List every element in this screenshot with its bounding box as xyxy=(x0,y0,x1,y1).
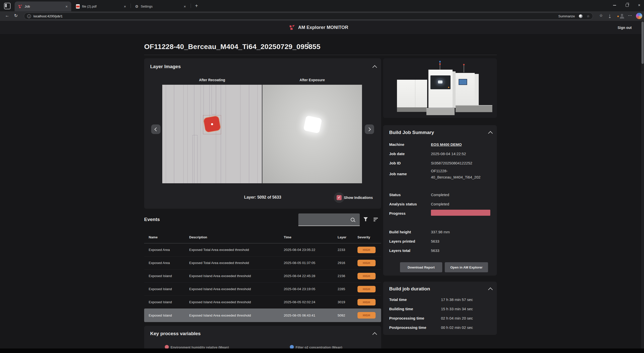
collapse-chevron-icon[interactable] xyxy=(488,131,493,136)
filter-icon[interactable] xyxy=(364,217,368,221)
edge-profile-icon[interactable] xyxy=(636,13,642,19)
job-id-value: SI358720250804122252 xyxy=(431,161,472,165)
open-in-am-explorer-button[interactable]: Open in AM Explorer xyxy=(445,262,488,272)
text-cursor xyxy=(308,43,308,47)
analysis-status-value: Completed xyxy=(431,202,449,206)
table-row[interactable]: Exposed Area Exposed Total Area exceeded… xyxy=(144,243,381,256)
tab-file-pdf[interactable]: file (2).pdf × xyxy=(72,2,130,11)
build-height-value: 337.98 mm xyxy=(431,230,450,234)
table-row-selected[interactable]: Exposed Island Exposed Island Area excee… xyxy=(144,308,381,322)
build-job-duration-card: Build job duration Total time 17 h 38 mi… xyxy=(383,282,497,335)
column-header: Description xyxy=(189,235,284,239)
tab-separator xyxy=(191,4,191,8)
scrollbar-thumb[interactable] xyxy=(641,22,644,64)
tab-close-icon[interactable]: × xyxy=(123,4,127,9)
copilot-icon[interactable] xyxy=(579,14,583,18)
summarize-button[interactable]: Summarize xyxy=(558,14,575,18)
postprocessing-time-label: Postprocessing time xyxy=(389,325,426,330)
page-scrollbar xyxy=(641,21,644,353)
am-logo-favicon-icon xyxy=(18,4,22,9)
column-header: Time xyxy=(284,235,338,239)
building-time-value: 15 h 33 min 34 sec xyxy=(441,307,473,311)
site-info-icon[interactable]: i xyxy=(27,14,31,18)
table-row[interactable]: Exposed Area Exposed Total Area exceeded… xyxy=(144,256,381,269)
progress-bar xyxy=(431,210,490,216)
severity-badge: HIGH xyxy=(357,312,376,319)
tab-title: Job xyxy=(25,5,62,8)
back-icon[interactable]: ← xyxy=(5,13,9,18)
page-title: OF11228-40_Berceau_M404_Ti64_20250729_09… xyxy=(144,43,320,51)
after-recoating-image xyxy=(162,85,262,183)
machine-photo xyxy=(383,58,497,118)
job-date-label: Job date xyxy=(389,152,405,156)
browser-tab-strip: Job × file (2).pdf × ⚙ Settings × + × xyxy=(0,0,644,11)
reload-icon[interactable]: ↻ xyxy=(14,13,18,18)
tab-job[interactable]: Job × xyxy=(15,2,71,11)
am-logo-icon xyxy=(289,24,295,30)
after-recoating-label: After Recoating xyxy=(162,78,262,82)
key-process-heading: Key process variables xyxy=(150,331,201,336)
job-date-value: 2025-08-04 14:22:52 xyxy=(431,152,466,156)
tab-close-icon[interactable]: × xyxy=(64,4,69,9)
favorites-icon[interactable]: ☆ xyxy=(599,13,603,18)
machine-link[interactable]: EOS M400 DEMO xyxy=(431,142,462,147)
window-minimize-button[interactable] xyxy=(609,0,620,11)
status-label: Status xyxy=(389,193,401,197)
search-icon xyxy=(351,218,354,222)
download-report-button[interactable]: Download Report xyxy=(400,262,442,272)
build-job-summary-card: Build Job Summary Machine EOS M400 DEMO … xyxy=(383,125,497,276)
column-header: Severity xyxy=(357,235,377,239)
show-indications-checkbox[interactable]: ✓ xyxy=(337,195,342,200)
app-brand: AM Explorer MONITOR xyxy=(289,24,348,30)
severity-badge: HIGH xyxy=(357,247,376,253)
sort-icon[interactable] xyxy=(374,218,378,221)
total-time-label: Total time xyxy=(389,297,407,302)
job-name-label: Job name xyxy=(389,172,407,176)
events-heading: Events xyxy=(144,217,160,222)
gear-favicon-icon: ⚙ xyxy=(135,4,138,9)
new-tab-button[interactable]: + xyxy=(193,2,200,10)
next-layer-button[interactable] xyxy=(365,124,374,134)
bookmark-star-icon[interactable]: ☆ xyxy=(587,14,590,18)
screen: Job × file (2).pdf × ⚙ Settings × + × ← … xyxy=(0,0,644,353)
layer-images-heading: Layer Images xyxy=(150,64,181,69)
tab-close-icon[interactable]: × xyxy=(183,4,187,9)
preprocessing-time-value: 02 h 04 min 20 sec xyxy=(441,316,473,320)
address-bar[interactable]: i localhost:4200/job/1 Summarize ☆ xyxy=(24,13,593,20)
summary-heading: Build Job Summary xyxy=(389,130,434,135)
layers-printed-label: Layers printed xyxy=(389,239,415,243)
severity-badge: HIGH xyxy=(357,273,376,279)
progress-label: Progress xyxy=(389,211,406,215)
events-table: Name Description Time Layer Severity Exp… xyxy=(144,231,381,322)
download-icon[interactable]: ↓ xyxy=(609,13,611,17)
job-name-value: 40_Berceau_M404_Ti64_202 xyxy=(431,175,480,179)
more-menu-icon[interactable]: ⋯ xyxy=(628,13,632,18)
url-text[interactable]: localhost:4200/job/1 xyxy=(33,14,556,18)
table-row[interactable]: Exposed Island Exposed Island Area excee… xyxy=(144,295,381,308)
machine-label: Machine xyxy=(389,142,404,147)
analysis-status-label: Analysis status xyxy=(389,202,417,206)
sign-out-button[interactable]: Sign out xyxy=(618,26,632,30)
build-height-label: Build height xyxy=(389,230,411,234)
job-name-value: OF11228- xyxy=(431,169,448,173)
tab-workspaces-icon[interactable] xyxy=(4,3,11,9)
severity-badge: HIGH xyxy=(357,286,376,292)
after-exposure-image xyxy=(262,85,362,183)
column-header: Layer xyxy=(338,235,357,239)
status-value: Completed xyxy=(431,193,449,197)
app-title: AM Explorer MONITOR xyxy=(298,25,348,30)
exposed-part xyxy=(303,115,322,134)
tab-separator xyxy=(131,4,131,8)
window-close-button[interactable]: × xyxy=(633,0,644,11)
collapse-chevron-icon[interactable] xyxy=(372,65,377,70)
window-restore-button[interactable] xyxy=(621,0,633,11)
collapse-chevron-icon[interactable] xyxy=(488,287,493,292)
severity-badge: HIGH xyxy=(357,299,376,305)
previous-layer-button[interactable] xyxy=(151,124,160,134)
table-row[interactable]: Exposed Island Exposed Island Area excee… xyxy=(144,269,381,282)
tab-title: Settings xyxy=(141,5,180,8)
collapse-chevron-icon[interactable] xyxy=(372,332,377,337)
table-row[interactable]: Exposed Island Exposed Island Area excee… xyxy=(144,282,381,295)
postprocessing-time-value: 00 h 02 min 02 sec xyxy=(441,325,473,330)
tab-settings[interactable]: ⚙ Settings × xyxy=(132,2,189,11)
